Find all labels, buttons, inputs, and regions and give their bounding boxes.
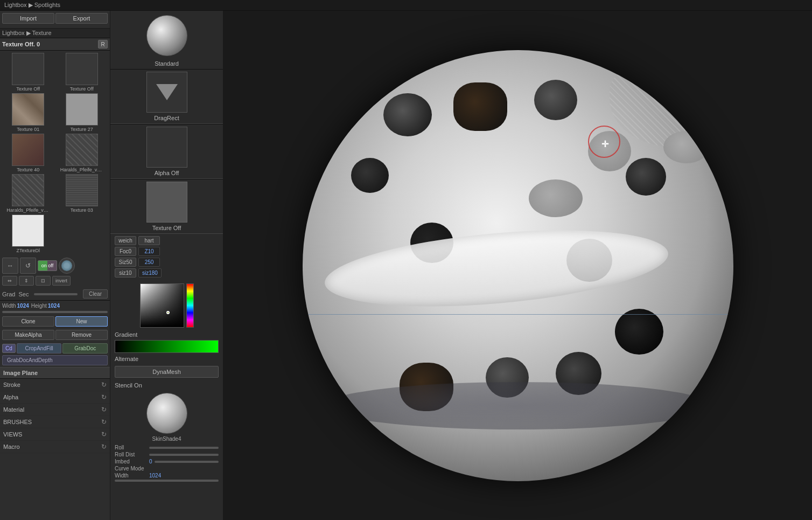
material-label: Material <box>3 406 24 413</box>
curve-mode-row: Curve Mode <box>115 466 219 472</box>
roll-slider[interactable] <box>149 447 219 449</box>
hart-button[interactable]: hart <box>138 236 160 245</box>
viewport-container: ✛ <box>303 50 733 481</box>
imbed-label: Imbed <box>115 459 147 464</box>
texture-item-7[interactable]: Texture 03 <box>56 174 108 213</box>
texture-label-7: Texture 03 <box>71 207 93 213</box>
stencil-sphere[interactable] <box>146 393 187 434</box>
misc-params: Roll Roll Dist Imbed 0 Curve Mode Width … <box>110 443 223 486</box>
import-export-row: Import Export <box>2 13 108 24</box>
stencil-row: Stencil On <box>110 380 223 391</box>
clone-button[interactable]: Clone <box>2 316 54 327</box>
sidebar-item-alpha[interactable]: Alpha ↻ <box>0 391 110 404</box>
sphere-spot-8 <box>615 309 663 355</box>
siz-row: Siz50 250 <box>115 258 219 267</box>
dynamesh-button[interactable]: DynaMesh <box>115 366 219 378</box>
grad-sec-row: Grad Sec Clear <box>0 288 110 301</box>
foc-button[interactable]: Foc0 <box>115 247 136 256</box>
texture-thumb-0 <box>12 53 44 85</box>
width-row: Width 1024 <box>115 473 219 479</box>
brush-tool-2[interactable]: ↺ <box>20 258 36 274</box>
texture-box[interactable] <box>146 182 187 223</box>
texture-thumb-5 <box>66 134 98 166</box>
stroke-label: Stroke <box>3 382 20 388</box>
standard-sphere-preview[interactable] <box>146 15 187 56</box>
brush-tool-1[interactable]: ↔ <box>2 258 18 274</box>
width-slider[interactable] <box>115 480 219 482</box>
move-icon: ↔ <box>7 262 13 269</box>
flip2-btn[interactable]: ⇕ <box>19 276 34 286</box>
cd-label[interactable]: Cd <box>2 344 16 353</box>
texture-thumb-4 <box>12 134 44 166</box>
invert-btn[interactable]: invert <box>52 276 71 286</box>
texture-label-5: Haralds_Pfeife_von_ <box>60 167 103 172</box>
sculpt-band <box>321 218 671 318</box>
color-picker[interactable] <box>140 283 184 328</box>
export-button[interactable]: Export <box>55 13 108 24</box>
roll-dist-slider[interactable] <box>149 454 219 456</box>
texture-item-4[interactable]: Texture 40 <box>2 134 54 172</box>
width-item: Width 1024 <box>2 303 29 309</box>
texture-thumb-7 <box>66 174 98 206</box>
on-off-toggle[interactable]: on off <box>38 260 57 271</box>
new-button[interactable]: New <box>55 316 108 327</box>
r-button[interactable]: R <box>98 40 108 48</box>
sidebar-item-stroke[interactable]: Stroke ↻ <box>0 379 110 391</box>
texture-label-4: Texture 40 <box>17 167 39 172</box>
sidebar-item-material[interactable]: Material ↻ <box>0 404 110 416</box>
siz-button[interactable]: Siz50 <box>115 258 136 267</box>
width-value-2: 1024 <box>149 473 161 479</box>
texture-thumb-2 <box>12 93 44 126</box>
bottom-reflection <box>324 382 712 429</box>
grad-slider[interactable] <box>34 293 78 295</box>
texture-item-3[interactable]: Texture 27 <box>56 93 108 132</box>
sidebar-item-macro[interactable]: Macro ↻ <box>0 441 110 453</box>
grabdocanddepth-button[interactable]: GrabDocAndDepth <box>2 355 108 365</box>
dragrect-box[interactable] <box>146 72 187 113</box>
wh-slider[interactable] <box>2 311 108 313</box>
flip-btn[interactable]: ⇔ <box>2 276 17 286</box>
texture-header: Texture Off. 0 R <box>0 38 110 51</box>
sidebar-item-brushes[interactable]: BRUSHES ↻ <box>0 416 110 428</box>
siz0-button[interactable]: siz10 <box>115 268 136 278</box>
clear-button[interactable]: Clear <box>83 289 108 299</box>
rotate-icon: ↺ <box>25 262 31 269</box>
width-value: 1024 <box>17 303 29 309</box>
sidebar-item-views[interactable]: VIEWS ↻ <box>0 428 110 441</box>
siz180-value: siz180 <box>138 268 162 278</box>
siz0-row: siz10 siz180 <box>115 268 219 278</box>
roll-dist-label: Roll Dist <box>115 452 147 457</box>
texture-item-0[interactable]: Texture Off <box>2 53 54 92</box>
alpha-box[interactable] <box>146 127 187 168</box>
left-panel: Import Export Lightbox ▶ Texture Texture… <box>0 11 110 520</box>
roll-dist-row: Roll Dist <box>115 452 219 457</box>
texture-item-8[interactable]: ZTextureDl <box>2 214 54 253</box>
remove-button[interactable]: Remove <box>55 330 108 340</box>
texture-label-1: Texture Off <box>70 86 94 92</box>
sphere-spot-1 <box>383 93 432 136</box>
sphere-spot-2 <box>453 82 507 131</box>
cropandfill-button[interactable]: CropAndFill <box>17 343 62 353</box>
height-value: 1024 <box>48 303 60 309</box>
gradient-bar[interactable] <box>115 340 219 353</box>
texture-item-2[interactable]: Texture 01 <box>2 93 54 132</box>
grabdoc-button[interactable]: GrabDoc <box>62 343 108 353</box>
imbed-row: Imbed 0 <box>115 459 219 464</box>
weich-button[interactable]: weich <box>115 236 136 245</box>
import-button[interactable]: Import <box>2 13 54 24</box>
texture-item-1[interactable]: Texture Off <box>56 53 108 92</box>
imbed-slider[interactable] <box>155 461 219 463</box>
canvas-area[interactable]: ✛ <box>223 11 812 520</box>
lightbox-breadcrumb: Lightbox ▶ Texture <box>0 29 110 38</box>
curve-mode-label: Curve Mode <box>115 466 147 472</box>
alpha-section: Alpha Off <box>110 124 223 179</box>
hue-strip[interactable] <box>186 283 194 328</box>
texture-label-0: Texture Off <box>16 86 40 92</box>
makealpha-button[interactable]: MakeAlpha <box>2 330 54 340</box>
erase-btn[interactable]: ⊡ <box>36 276 51 286</box>
invert-label: invert <box>55 278 67 283</box>
texture-item-6[interactable]: Haralds_Pfeife_von_ <box>2 174 54 213</box>
texture-item-5[interactable]: Haralds_Pfeife_von_ <box>56 134 108 172</box>
foc-z-row: Foc0 Z10 <box>115 247 219 256</box>
texture-label-8: ZTextureDl <box>16 248 40 253</box>
